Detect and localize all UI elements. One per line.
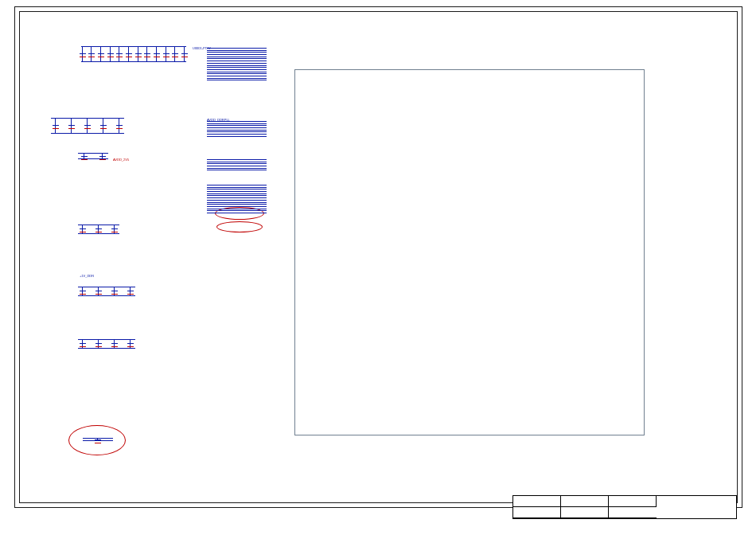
pin-col-left bbox=[267, 72, 294, 433]
tb-cell-1 bbox=[513, 496, 561, 507]
net-bundle-3 bbox=[207, 159, 267, 183]
tb-cell-5 bbox=[513, 507, 561, 518]
capbank-standby bbox=[75, 217, 123, 242]
pin-row-top bbox=[297, 41, 642, 69]
ic-body bbox=[294, 69, 645, 435]
net-bundle-4 bbox=[207, 185, 267, 248]
label-rail-2: AVDD_DDRPLL bbox=[207, 118, 230, 122]
title-block bbox=[512, 495, 737, 519]
capbank-vdd1v8 bbox=[78, 38, 189, 70]
tb-cell-7 bbox=[609, 507, 657, 518]
label-avdd-misc: AVDD_2V5 bbox=[113, 158, 129, 162]
label-ddr-rail: +1V_DDR bbox=[80, 274, 94, 278]
capbank-normal bbox=[75, 331, 138, 357]
ic-msd962 bbox=[267, 41, 672, 463]
capbank-2v5-b bbox=[75, 145, 111, 167]
chip-refdes: U0001-POW bbox=[193, 46, 211, 50]
capbank-lvds bbox=[80, 430, 116, 449]
net-bundle-1 bbox=[207, 48, 267, 108]
tb-cell-3 bbox=[609, 496, 657, 507]
net-bundle-2 bbox=[207, 121, 267, 153]
capbank-2v5 bbox=[48, 110, 127, 142]
pin-row-bot bbox=[297, 435, 642, 463]
capbank-ddr3 bbox=[75, 279, 138, 304]
tb-cell-6 bbox=[561, 507, 609, 518]
tb-cell-2 bbox=[561, 496, 609, 507]
schematic-sheet: AVDD_2V5 +1V_DDR U0001-POW AVDD_DDRPLL bbox=[0, 0, 756, 535]
tb-partname bbox=[657, 496, 736, 518]
pin-col-right bbox=[645, 72, 672, 433]
